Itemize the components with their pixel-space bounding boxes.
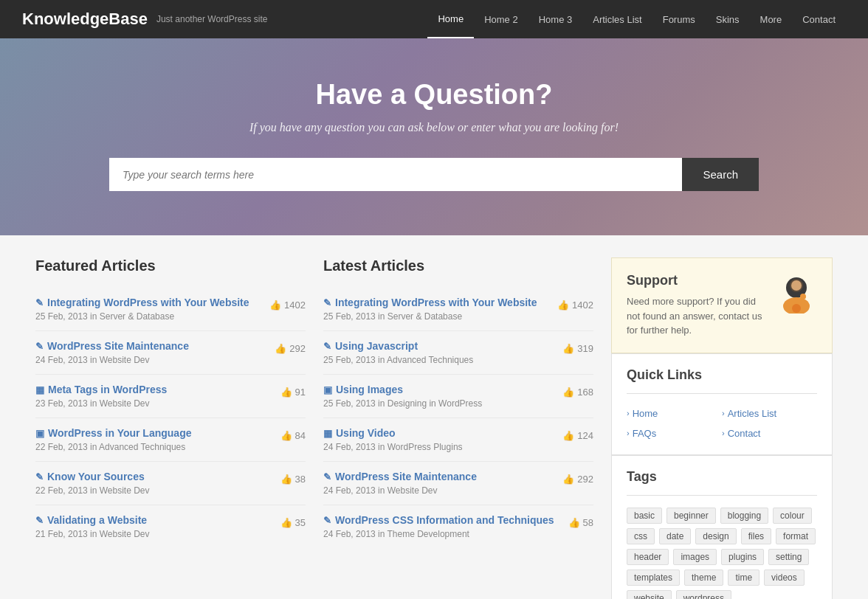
vote-count: 292 — [289, 343, 306, 354]
article-type-icon: ✎ — [323, 341, 331, 352]
search-button[interactable]: Search — [682, 158, 759, 191]
article-type-icon: ✎ — [35, 297, 44, 308]
thumbs-up-icon: 👍 — [269, 300, 281, 311]
thumbs-up-icon: 👍 — [280, 517, 292, 528]
article-title[interactable]: ✎Know Your Sources — [35, 471, 273, 482]
nav-item-home-2[interactable]: Home 2 — [474, 0, 528, 38]
tag-item[interactable]: images — [673, 549, 717, 565]
quicklink-item[interactable]: ›Articles List — [722, 406, 817, 421]
thumbs-up-icon: 👍 — [562, 430, 574, 441]
nav-item-articles-list[interactable]: Articles List — [582, 0, 652, 38]
tag-item[interactable]: header — [627, 549, 669, 565]
article-title-text: Validating a Website — [47, 514, 147, 526]
quicklink-item[interactable]: ›Contact — [722, 426, 817, 441]
nav-item-home-3[interactable]: Home 3 — [528, 0, 583, 38]
chevron-right-icon: › — [627, 429, 630, 437]
article-type-icon: ✎ — [35, 341, 44, 352]
vote-count: 1402 — [572, 300, 593, 311]
article-title[interactable]: ✎Validating a Website — [35, 514, 273, 526]
article-votes: 👍91 — [280, 384, 306, 398]
quicklink-item[interactable]: ›FAQs — [627, 426, 722, 441]
article-left: ▣Using Images25 Feb, 2013 in Designing i… — [323, 384, 555, 409]
tag-item[interactable]: date — [659, 528, 691, 544]
tag-item[interactable]: design — [695, 528, 736, 544]
sidebar: Support Need more support? If you did no… — [611, 257, 833, 599]
hero-subtitle: If you have any question you can ask bel… — [22, 121, 846, 134]
article-left: ✎Integrating WordPress with Your Website… — [35, 297, 262, 322]
article-title-text: Integrating WordPress with Your Website — [47, 297, 249, 308]
support-avatar — [776, 273, 817, 314]
tag-item[interactable]: css — [627, 528, 655, 544]
article-title[interactable]: ✎WordPress Site Maintenance — [35, 340, 267, 352]
tag-item[interactable]: time — [728, 569, 760, 586]
chevron-right-icon: › — [722, 429, 725, 437]
article-item: ▣Using Images25 Feb, 2013 in Designing i… — [323, 375, 593, 418]
tag-item[interactable]: videos — [764, 569, 805, 586]
tag-item[interactable]: beginner — [666, 508, 716, 524]
tag-item[interactable]: basic — [627, 508, 662, 524]
article-votes: 👍1402 — [557, 297, 593, 311]
article-left: ✎Know Your Sources22 Feb, 2013 in Websit… — [35, 471, 273, 496]
nav-item-skins[interactable]: Skins — [706, 0, 750, 38]
article-meta: 22 Feb, 2013 in Advanced Techniques — [35, 442, 273, 452]
thumbs-up-icon: 👍 — [568, 517, 580, 528]
article-item: ▦Using Video24 Feb, 2013 in WordPress Pl… — [323, 418, 593, 462]
article-type-icon: ✎ — [323, 471, 331, 482]
thumbs-up-icon: 👍 — [280, 387, 292, 398]
nav-item-home[interactable]: Home — [427, 0, 474, 38]
article-title[interactable]: ✎Integrating WordPress with Your Website — [323, 297, 550, 308]
latest-articles-column: Latest Articles ✎Integrating WordPress w… — [323, 257, 593, 599]
quicklink-item[interactable]: ›Home — [627, 406, 722, 421]
nav-item-more[interactable]: More — [750, 0, 793, 38]
quicklinks-grid: ›Home›Articles List›FAQs›Contact — [627, 406, 817, 441]
article-title-text: Meta Tags in WordPress — [48, 384, 167, 395]
article-meta: 24 Feb, 2013 in Website Dev — [35, 355, 267, 365]
article-item: ▦Meta Tags in WordPress23 Feb, 2013 in W… — [35, 375, 306, 418]
article-type-icon: ✎ — [35, 515, 44, 526]
latest-articles-title: Latest Articles — [323, 257, 593, 274]
article-title[interactable]: ✎WordPress CSS Information and Technique… — [323, 514, 561, 526]
article-title-text: Integrating WordPress with Your Website — [335, 297, 537, 308]
article-item: ✎WordPress CSS Information and Technique… — [323, 505, 593, 548]
article-title[interactable]: ▣Using Images — [323, 384, 555, 395]
article-type-icon: ✎ — [323, 515, 331, 526]
article-title[interactable]: ✎WordPress Site Maintenance — [323, 471, 555, 482]
article-item: ✎Integrating WordPress with Your Website… — [35, 288, 306, 331]
tag-item[interactable]: website — [627, 590, 672, 600]
nav-item-forums[interactable]: Forums — [652, 0, 706, 38]
tag-item[interactable]: setting — [768, 549, 809, 565]
tag-item[interactable]: wordpress — [676, 590, 731, 600]
article-left: ✎Using Javascript25 Feb, 2013 in Advance… — [323, 340, 555, 365]
article-title[interactable]: ▦Meta Tags in WordPress — [35, 384, 273, 395]
tag-item[interactable]: colour — [773, 508, 812, 524]
article-meta: 23 Feb, 2013 in Website Dev — [35, 398, 273, 409]
latest-articles-list: ✎Integrating WordPress with Your Website… — [323, 288, 593, 548]
article-title-text: WordPress CSS Information and Techniques — [335, 514, 554, 526]
article-item: ▣WordPress in Your Language22 Feb, 2013 … — [35, 418, 306, 462]
article-title[interactable]: ✎Integrating WordPress with Your Website — [35, 297, 262, 308]
tag-item[interactable]: templates — [627, 569, 680, 586]
article-votes: 👍1402 — [269, 297, 306, 311]
tag-item[interactable]: files — [741, 528, 771, 544]
tag-item[interactable]: plugins — [721, 549, 764, 565]
article-meta: 24 Feb, 2013 in Website Dev — [323, 485, 555, 496]
tag-item[interactable]: theme — [684, 569, 723, 586]
article-left: ✎WordPress Site Maintenance24 Feb, 2013 … — [35, 340, 267, 365]
article-votes: 👍292 — [562, 471, 593, 485]
article-title[interactable]: ▣WordPress in Your Language — [35, 427, 273, 439]
tag-item[interactable]: blogging — [720, 508, 768, 524]
article-votes: 👍319 — [562, 340, 593, 354]
article-votes: 👍124 — [562, 427, 593, 441]
search-input[interactable] — [109, 158, 682, 191]
nav-item-contact[interactable]: Contact — [792, 0, 846, 38]
chevron-right-icon: › — [722, 409, 725, 418]
article-title[interactable]: ✎Using Javascript — [323, 340, 555, 352]
article-meta: 22 Feb, 2013 in Website Dev — [35, 485, 273, 496]
quicklinks-box: Quick Links ›Home›Articles List›FAQs›Con… — [611, 353, 833, 455]
article-title[interactable]: ▦Using Video — [323, 427, 555, 439]
featured-articles-title: Featured Articles — [35, 257, 306, 274]
tag-item[interactable]: format — [776, 528, 816, 544]
article-title-text: WordPress in Your Language — [48, 427, 191, 439]
article-votes: 👍58 — [568, 514, 593, 528]
main-nav: HomeHome 2Home 3Articles ListForumsSkins… — [427, 0, 846, 38]
